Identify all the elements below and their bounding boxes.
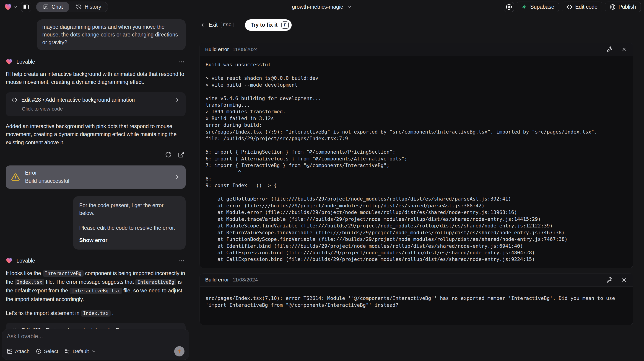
supabase-icon [522, 4, 527, 10]
panel-left-icon [23, 4, 29, 10]
message-actions [6, 150, 186, 159]
close-panel-button[interactable] [620, 276, 628, 284]
image-icon [7, 349, 12, 354]
try-to-fix-label: Try to fix it [250, 22, 278, 28]
close-panel-button[interactable] [620, 45, 628, 53]
tab-history[interactable]: History [69, 1, 108, 12]
mode-selector[interactable]: Default [64, 349, 96, 355]
composer-toolbar: Attach Select Default [7, 346, 185, 357]
build-error-panel-2: Build error 11/08/2024 src/pages/Index.t… [200, 273, 633, 325]
send-button[interactable] [174, 346, 184, 357]
retry-button[interactable] [164, 150, 173, 159]
wrench-icon [606, 277, 612, 283]
lovable-app: Chat History growth-metrics-magic Supaba… [0, 0, 644, 361]
lovable-heart-icon [6, 257, 13, 264]
exit-label: Exit [209, 22, 218, 28]
error-card-subtitle: Build unsuccessful [25, 178, 69, 184]
chat-input[interactable] [7, 333, 185, 346]
message-more-button[interactable] [178, 58, 186, 66]
lovable-logo-menu[interactable] [3, 3, 18, 11]
panel-title: Build error [205, 277, 229, 283]
assistant-fix-text: Let's fix the import statement in Index.… [6, 309, 186, 318]
tab-history-label: History [84, 4, 101, 10]
user-message: For the code present, I get the error be… [73, 196, 186, 250]
edit-28-card[interactable]: Edit #28 • Add interactive background an… [6, 92, 186, 116]
chat-sidebar: maybe diagramming points and when you mo… [0, 14, 191, 361]
lovable-heart-icon [4, 3, 12, 11]
code-icon [11, 327, 17, 329]
warning-triangle-icon [11, 173, 20, 181]
chat-icon [43, 4, 48, 10]
sidebar-toggle-button[interactable] [21, 2, 31, 12]
assistant-summary-text: Added an interactive background with pin… [6, 122, 186, 146]
edit-code-button[interactable]: Edit code [562, 1, 602, 12]
supabase-button[interactable]: Supabase [517, 1, 559, 12]
assistant-message-header: Lovable [6, 58, 186, 66]
chevron-down-icon [347, 4, 352, 9]
panel-date: 11/08/2024 [232, 46, 258, 52]
panel-title: Build error [205, 46, 229, 52]
chat-history-tabs: Chat History [36, 1, 108, 12]
try-to-fix-button[interactable]: Try to fix it F [245, 19, 292, 31]
gear-icon [506, 4, 512, 10]
refresh-icon [165, 151, 172, 158]
arrow-up-icon [177, 349, 182, 354]
open-preview-button[interactable] [176, 150, 186, 159]
top-bar: Chat History growth-metrics-magic Supaba… [0, 0, 644, 14]
tab-chat-label: Chat [52, 4, 63, 10]
error-card-title: Error [25, 170, 69, 176]
chevron-right-icon [174, 97, 180, 103]
edit-28-title: Edit #28 • Add interactive background an… [22, 97, 135, 103]
build-error-card[interactable]: Error Build unsuccessful [6, 165, 186, 189]
build-error-panel-1: Build error 11/08/2024 Build was unsucce… [200, 43, 633, 268]
tab-chat[interactable]: Chat [36, 1, 69, 12]
exit-button[interactable]: Exit ESC [200, 22, 234, 28]
edit-29-title: Edit #29 • Fix import error for Interact… [22, 327, 122, 329]
attach-label: Attach [15, 349, 30, 355]
chevron-down-icon [13, 4, 18, 9]
user-message-line: For the code present, I get the error be… [79, 201, 180, 217]
topbar-right: Supabase Edit code Publish [504, 1, 641, 12]
chevron-right-icon [174, 174, 180, 180]
history-icon [76, 4, 82, 10]
globe-icon [610, 4, 616, 10]
build-error-panel-2-header: Build error 11/08/2024 [200, 274, 633, 287]
message-more-button[interactable] [178, 257, 186, 265]
chevron-right-icon [174, 328, 180, 329]
edit-29-card[interactable]: Edit #29 • Fix import error for Interact… [6, 323, 186, 329]
edit-28-subtitle: Click to view code [22, 106, 180, 112]
build-error-panel-1-header: Build error 11/08/2024 [200, 43, 633, 56]
assistant-name: Lovable [16, 59, 35, 65]
mode-label: Default [72, 349, 89, 355]
fix-with-ai-button[interactable] [606, 276, 614, 284]
project-switcher[interactable]: growth-metrics-magic [292, 0, 352, 14]
select-button[interactable]: Select [36, 349, 58, 355]
topbar-left: Chat History [3, 1, 108, 12]
publish-button[interactable]: Publish [605, 1, 640, 12]
esc-key-badge: ESC [221, 22, 234, 28]
error-card-text: Error Build unsuccessful [25, 170, 69, 184]
select-label: Select [44, 349, 58, 355]
code-icon [11, 97, 17, 103]
settings-button[interactable] [504, 2, 514, 12]
show-error-link[interactable]: Show error [79, 236, 180, 244]
build-error-log[interactable]: src/pages/Index.tsx(7,10): error TS2614:… [200, 287, 633, 325]
sliders-icon [64, 349, 70, 354]
assistant-name: Lovable [16, 258, 35, 264]
f-key-badge: F [282, 21, 289, 29]
ellipsis-icon [178, 258, 185, 264]
chat-composer: Attach Select Default [2, 329, 189, 360]
attach-button[interactable]: Attach [7, 349, 30, 355]
error-view-toolbar: Exit ESC Try to fix it F [200, 19, 633, 31]
build-error-log[interactable]: Build was unsuccessful > vite_react_shad… [200, 56, 633, 268]
fix-with-ai-button[interactable] [606, 45, 614, 53]
chat-scroll-area[interactable]: maybe diagramming points and when you mo… [2, 14, 189, 329]
target-icon [36, 349, 42, 354]
assistant-message-header: Lovable [6, 257, 186, 265]
main-area: maybe diagramming points and when you mo… [0, 14, 644, 361]
supabase-label: Supabase [530, 4, 554, 10]
publish-label: Publish [618, 4, 636, 10]
chevron-down-icon [91, 349, 96, 354]
assistant-intro-text: I'll help create an interactive backgrou… [6, 70, 186, 86]
project-name: growth-metrics-magic [292, 4, 343, 10]
